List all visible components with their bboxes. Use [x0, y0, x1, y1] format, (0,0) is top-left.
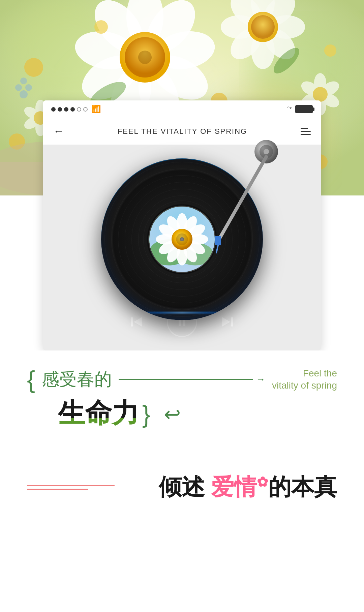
- vinyl-wrapper: [98, 155, 266, 307]
- signal-dot-2: [58, 107, 62, 112]
- menu-line-3: [301, 134, 311, 135]
- svg-point-58: [20, 78, 27, 84]
- brace-close: }: [142, 402, 150, 426]
- battery-icon: [295, 105, 313, 113]
- svg-point-55: [20, 90, 28, 98]
- back-button[interactable]: ←: [53, 125, 64, 137]
- feel-the-text: Feel the: [272, 367, 337, 379]
- dash-line: [119, 379, 253, 380]
- bluetooth-icon: ʿ*: [287, 105, 292, 113]
- svg-point-28: [24, 58, 43, 77]
- brace-open: {: [27, 367, 35, 392]
- status-bar: 📶 ʿ*: [43, 100, 321, 118]
- spring-line-1: { 感受春的 → Feel the vitality of spring: [27, 367, 337, 392]
- signal-dot-1: [51, 107, 56, 112]
- vitality-text: vitality of spring: [272, 379, 337, 392]
- signal-dot-5: [77, 107, 81, 112]
- svg-marker-94: [222, 317, 230, 327]
- app-frame: 📶 ʿ* ← FEEL THE VITALITY OF SPRING: [43, 100, 321, 350]
- love-prefix: 倾述: [159, 474, 211, 499]
- love-text: 倾述 爱情✿的本真: [115, 472, 337, 502]
- love-keyword: 爱情✿: [211, 474, 268, 499]
- pink-line-top: [27, 485, 115, 486]
- signal-dot-4: [70, 107, 75, 112]
- svg-point-85: [264, 149, 269, 154]
- next-button[interactable]: [217, 312, 238, 332]
- svg-point-57: [15, 84, 22, 91]
- svg-point-27: [251, 15, 275, 39]
- tonearm-svg: [192, 135, 286, 270]
- svg-point-33: [324, 44, 336, 57]
- svg-point-17: [138, 51, 152, 64]
- player-area: [43, 145, 321, 350]
- svg-point-51: [313, 87, 328, 102]
- svg-rect-89: [131, 317, 133, 327]
- arrow-icon: →: [256, 374, 265, 385]
- status-left: 📶: [51, 105, 101, 114]
- pink-lines: [27, 485, 115, 490]
- swirl-icon: ↩: [164, 402, 181, 426]
- signal-dot-6: [83, 107, 88, 112]
- nav-title: FEEL THE VITALITY OF SPRING: [118, 127, 247, 136]
- vinyl-center: [180, 237, 184, 241]
- signal-dot-3: [64, 107, 68, 112]
- menu-line-2: [301, 131, 311, 132]
- flower-icon: ✿: [257, 475, 268, 489]
- page-wrapper: 📶 ʿ* ← FEEL THE VITALITY OF SPRING: [0, 0, 364, 612]
- svg-line-88: [216, 245, 218, 253]
- spring-line-2: 生命力 } ↩: [27, 395, 337, 433]
- prev-button[interactable]: [126, 312, 147, 332]
- svg-rect-93: [231, 317, 233, 327]
- feel-text-group: Feel the vitality of spring: [272, 367, 337, 392]
- status-right: ʿ*: [287, 105, 313, 113]
- pink-line-bottom: [27, 489, 88, 490]
- love-suffix: 的本真: [268, 474, 337, 499]
- svg-marker-90: [134, 317, 142, 327]
- text-section: { 感受春的 → Feel the vitality of spring 生命力…: [27, 367, 337, 447]
- wifi-icon: 📶: [92, 105, 101, 114]
- svg-point-30: [94, 20, 108, 34]
- chinese-text-large: 生命力: [58, 395, 139, 433]
- svg-line-86: [219, 157, 266, 239]
- arrow-line: →: [119, 374, 265, 385]
- chinese-text-small: 感受春的: [42, 368, 112, 391]
- svg-point-56: [25, 84, 32, 91]
- menu-button[interactable]: [301, 128, 311, 135]
- svg-rect-87: [215, 236, 221, 245]
- menu-line-1: [301, 128, 308, 129]
- love-section: 倾述 爱情✿的本真: [0, 472, 364, 502]
